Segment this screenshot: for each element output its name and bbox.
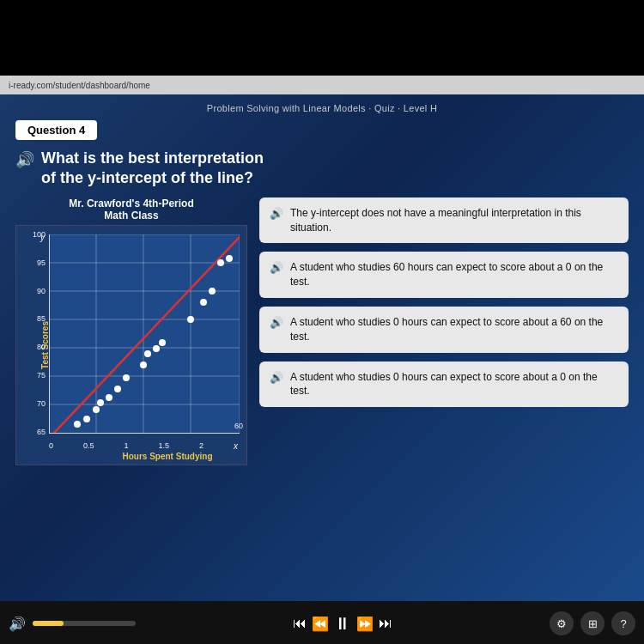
- grid-icon[interactable]: ⊞: [580, 611, 605, 635]
- svg-point-22: [140, 361, 147, 368]
- y-label-85: 85: [37, 314, 46, 323]
- main-content: Problem Solving with Linear Models · Qui…: [0, 94, 644, 601]
- x-label-15: 1.5: [159, 441, 170, 451]
- svg-point-28: [209, 288, 216, 295]
- svg-point-21: [123, 374, 130, 381]
- y-label-60: 60: [234, 422, 243, 430]
- x-label-1: 1: [125, 441, 129, 451]
- x-axis-x-letter: x: [234, 441, 238, 451]
- y-label-70: 70: [37, 399, 46, 408]
- y-label-65: 65: [37, 428, 46, 436]
- playback-controls: ⏮ ⏪ ⏸ ⏩ ⏭: [293, 614, 392, 634]
- svg-point-19: [106, 394, 112, 401]
- svg-point-17: [93, 406, 100, 413]
- answer-speaker-c[interactable]: 🔊: [270, 316, 283, 329]
- chart-svg: [49, 234, 240, 434]
- svg-point-29: [217, 259, 224, 266]
- svg-point-30: [226, 255, 233, 262]
- play-pause-button[interactable]: ⏸: [334, 614, 351, 634]
- y-label-95: 95: [37, 258, 46, 267]
- answer-text-c: A student who studies 0 hours can expect…: [290, 315, 618, 344]
- answers-column: 🔊 The y-intercept does not have a meanin…: [259, 197, 629, 407]
- progress-bar-fill: [33, 621, 64, 626]
- svg-point-23: [144, 350, 151, 357]
- question-badge: Question 4: [15, 120, 629, 149]
- answer-speaker-b[interactable]: 🔊: [270, 261, 283, 274]
- y-label-80: 80: [37, 343, 46, 351]
- answer-option-a[interactable]: 🔊 The y-intercept does not have a meanin…: [259, 197, 629, 244]
- quiz-title: Problem Solving with Linear Models · Qui…: [15, 103, 629, 113]
- skip-back-button[interactable]: ⏪: [312, 616, 329, 632]
- y-label-100: 100: [33, 230, 46, 239]
- answer-option-c[interactable]: 🔊 A student who studies 0 hours can expe…: [259, 307, 629, 353]
- browser-bar: i-ready.com/student/dashboard/home: [0, 76, 644, 94]
- skip-forward-button[interactable]: ⏩: [356, 616, 374, 632]
- x-label-05: 0.5: [83, 441, 94, 451]
- rewind-button[interactable]: ⏮: [293, 616, 307, 631]
- y-label-90: 90: [37, 287, 46, 295]
- answer-speaker-a[interactable]: 🔊: [270, 207, 283, 220]
- x-axis-title: Hours Spent Studying: [123, 452, 213, 461]
- x-label-2: 2: [199, 441, 204, 451]
- svg-point-20: [114, 386, 121, 392]
- svg-point-15: [74, 421, 81, 428]
- bottom-bar: 🔊 ⏮ ⏪ ⏸ ⏩ ⏭ ⚙ ⊞ ?: [0, 601, 644, 644]
- svg-rect-0: [49, 234, 240, 434]
- question-text: What is the best interpretation of the y…: [41, 149, 273, 189]
- svg-point-25: [159, 339, 166, 346]
- answer-text-b: A student who studies 60 hours can expec…: [290, 260, 618, 289]
- bottom-left-controls: 🔊: [9, 616, 136, 632]
- x-label-0: 0: [49, 441, 53, 451]
- question-speaker-icon[interactable]: 🔊: [15, 150, 34, 170]
- answer-option-b[interactable]: 🔊 A student who studies 60 hours can exp…: [259, 252, 629, 298]
- question-row: 🔊 What is the best interpretation of the…: [15, 149, 629, 189]
- answer-text-d: A student who studies 0 hours can expect…: [290, 370, 618, 399]
- answer-option-d[interactable]: 🔊 A student who studies 0 hours can expe…: [259, 361, 629, 408]
- answer-speaker-d[interactable]: 🔊: [270, 371, 283, 384]
- y-label-75: 75: [37, 371, 46, 380]
- answer-text-a: The y-intercept does not have a meaningf…: [290, 206, 618, 235]
- bottom-right-controls: ⚙ ⊞ ?: [550, 611, 635, 635]
- svg-point-24: [153, 345, 160, 352]
- chart-wrapper: Test Scores y 100 95 90 85 80 75 70 65: [15, 225, 247, 465]
- progress-bar[interactable]: [33, 621, 136, 626]
- fast-forward-button[interactable]: ⏭: [379, 616, 392, 631]
- chart-container: Mr. Crawford's 4th-Period Math Class Tes…: [15, 197, 247, 465]
- help-icon[interactable]: ?: [611, 611, 635, 635]
- svg-point-18: [97, 399, 104, 406]
- chart-title: Mr. Crawford's 4th-Period Math Class: [15, 197, 247, 222]
- browser-url: i-ready.com/student/dashboard/home: [9, 81, 150, 90]
- svg-point-16: [83, 416, 90, 422]
- svg-point-26: [187, 316, 194, 323]
- settings-icon[interactable]: ⚙: [550, 611, 574, 635]
- question-text-block: 🔊 What is the best interpretation of the…: [15, 149, 273, 189]
- svg-point-27: [200, 299, 207, 306]
- volume-icon[interactable]: 🔊: [9, 616, 26, 632]
- content-area: Mr. Crawford's 4th-Period Math Class Tes…: [15, 197, 629, 465]
